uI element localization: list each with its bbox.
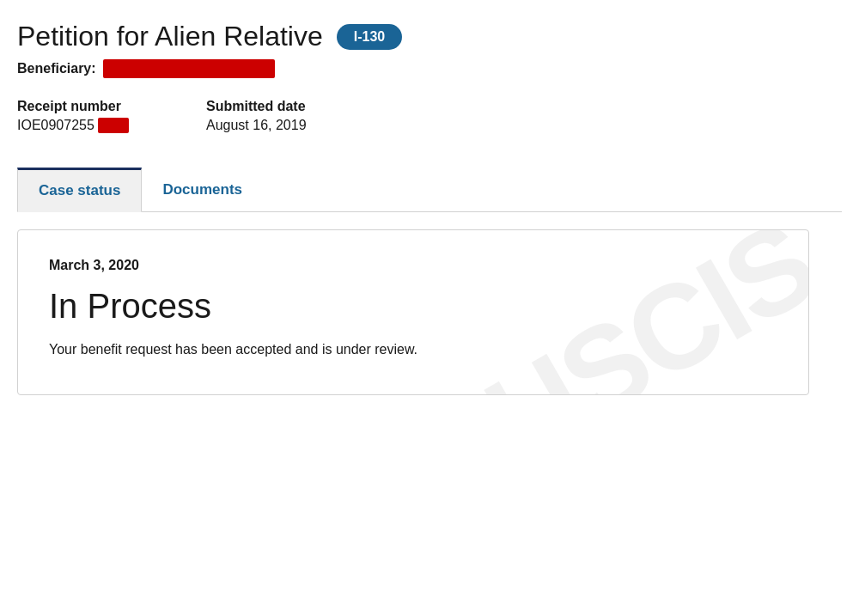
- beneficiary-redacted: [103, 59, 275, 78]
- tab-documents[interactable]: Documents: [142, 168, 263, 211]
- receipt-column: Receipt number IOE0907255: [17, 99, 206, 133]
- receipt-redacted: [98, 118, 129, 133]
- status-description: Your benefit request has been accepted a…: [49, 339, 777, 360]
- receipt-label: Receipt number: [17, 99, 206, 114]
- receipt-value-prefix: IOE0907255: [17, 118, 94, 133]
- submitted-value: August 16, 2019: [206, 118, 842, 133]
- beneficiary-row: Beneficiary:: [17, 59, 842, 78]
- submitted-column: Submitted date August 16, 2019: [206, 99, 842, 133]
- status-date: March 3, 2020: [49, 258, 777, 273]
- status-title: In Process: [49, 287, 777, 326]
- page-container: Petition for Alien Relative I-130 Benefi…: [0, 0, 859, 412]
- status-card: March 3, 2020 In Process Your benefit re…: [17, 229, 809, 395]
- tabs-container: Case status Documents: [17, 168, 842, 212]
- beneficiary-label: Beneficiary:: [17, 61, 96, 76]
- receipt-value: IOE0907255: [17, 118, 206, 133]
- status-card-container: March 3, 2020 In Process Your benefit re…: [17, 212, 842, 412]
- header-row: Petition for Alien Relative I-130: [17, 21, 842, 52]
- submitted-label: Submitted date: [206, 99, 842, 114]
- tab-case-status[interactable]: Case status: [17, 168, 142, 212]
- page-title: Petition for Alien Relative: [17, 21, 323, 52]
- form-badge: I-130: [337, 24, 402, 50]
- info-grid: Receipt number IOE0907255 Submitted date…: [17, 99, 842, 133]
